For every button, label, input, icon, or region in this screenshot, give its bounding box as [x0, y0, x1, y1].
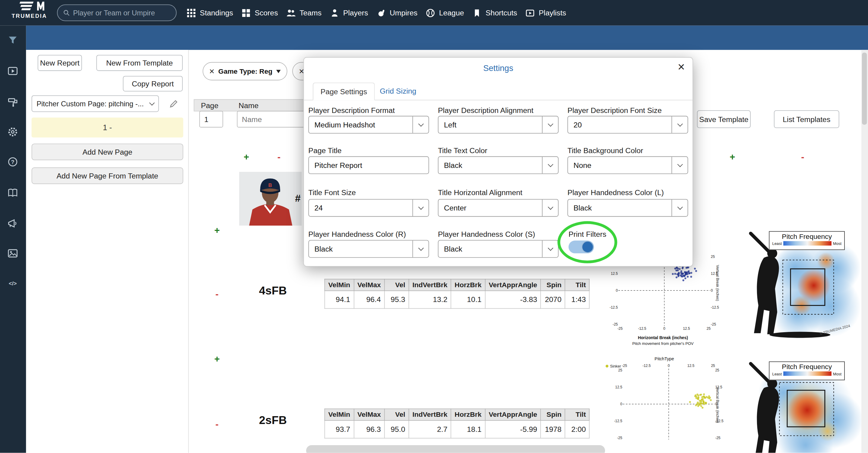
chevron-down-icon [542, 241, 558, 257]
gallery-icon[interactable] [7, 248, 19, 259]
select-value: Black [444, 245, 462, 253]
player-description-alignment-select[interactable]: Left [438, 116, 559, 134]
list-templates-button[interactable]: List Templates [774, 110, 839, 128]
page-title-input[interactable]: Pitcher Report [308, 157, 429, 174]
nav-item-umpires[interactable]: Umpires [376, 8, 417, 18]
frequency-gradient [783, 241, 831, 246]
stat-header-cell: VelMax [354, 409, 384, 421]
svg-text:0: 0 [711, 288, 713, 293]
player-handedness-color-l-select[interactable]: Black [567, 199, 688, 217]
add-row-button[interactable]: + [213, 225, 221, 236]
filter-chip-game-type[interactable]: × Game Type: Reg [203, 62, 287, 81]
add-new-page-label: Add New Page [82, 148, 132, 156]
stat-header-cell: VelMin [325, 409, 354, 421]
scatter-plot: -25-12.5012.525252512.512.500-12.5-12.5-… [611, 360, 724, 443]
blue-toolbar [26, 25, 868, 50]
page-dropdown[interactable]: Pitcher Custom Page: pitching -... [32, 95, 159, 112]
nav-item-label: Scores [254, 8, 278, 17]
trumedia-logo-mark [12, 1, 47, 12]
nav-item-scores[interactable]: Scores [241, 8, 278, 18]
remove-column-button[interactable]: - [798, 152, 807, 163]
page-dropdown-value: Pitcher Custom Page: pitching -... [36, 100, 150, 108]
active-page-row[interactable]: 1 - [32, 117, 183, 137]
stat-value-cell: 94.1 [325, 291, 354, 309]
new-report-button[interactable]: New Report [38, 55, 82, 71]
stat-header-cell: Spin [541, 279, 565, 291]
book-icon[interactable] [7, 187, 19, 198]
add-new-page-button[interactable]: Add New Page [32, 143, 183, 160]
remove-filter-icon[interactable]: × [209, 67, 214, 76]
player-description-font-size-select[interactable]: 20 [567, 116, 688, 134]
svg-text:12.5: 12.5 [615, 385, 622, 389]
title-font-size-select[interactable]: 24 [308, 199, 429, 217]
bottom-scroll-pill [306, 445, 605, 453]
tab-page-settings[interactable]: Page Settings [313, 82, 375, 100]
chevron-down-icon [542, 157, 558, 173]
stat-value-cell: -5.99 [485, 420, 541, 438]
add-new-page-from-template-button[interactable]: Add New Page From Template [32, 167, 183, 184]
paint-roller-icon[interactable] [7, 96, 19, 108]
add-column-button[interactable]: + [728, 152, 737, 163]
search-input[interactable] [73, 8, 170, 17]
global-search [57, 4, 177, 21]
filter-icon[interactable] [7, 35, 19, 46]
nav-item-shortcuts[interactable]: Shortcuts [472, 8, 517, 18]
nav-item-teams[interactable]: Teams [286, 8, 321, 18]
copy-report-button[interactable]: Copy Report [123, 76, 183, 91]
print-filters-toggle[interactable] [568, 241, 594, 253]
list-templates-label: List Templates [783, 115, 830, 123]
video-icon[interactable] [7, 65, 19, 77]
new-from-template-button[interactable]: New From Template [96, 55, 183, 71]
stat-header-cell: HorzBrk [451, 409, 485, 421]
gear-icon[interactable] [7, 126, 19, 137]
scrollbar-thumb[interactable] [862, 53, 867, 125]
player-headshot: B [239, 172, 302, 226]
nav-item-league[interactable]: League [426, 8, 464, 18]
help-icon[interactable]: ? [7, 157, 19, 168]
code-icon[interactable]: </> [7, 278, 19, 289]
stat-header-cell: Tilt [565, 409, 590, 421]
stat-header-cell: VelMin [325, 279, 354, 291]
chevron-down-icon [149, 100, 155, 105]
legend-most-label: Most [833, 241, 841, 245]
remove-row-button[interactable]: - [213, 419, 221, 430]
add-column-button[interactable]: + [242, 152, 251, 163]
player-handedness-color-r-select[interactable]: Black [308, 240, 429, 258]
svg-text:-25: -25 [617, 436, 622, 440]
modal-title: Settings [304, 63, 693, 73]
field-label: Title Horizontal Alignment [438, 189, 522, 197]
remove-column-button[interactable]: - [275, 152, 283, 163]
pitch-type-label: 4sFB [251, 284, 294, 297]
title-horizontal-alignment-select[interactable]: Center [438, 199, 559, 217]
save-template-button[interactable]: Save Template [697, 110, 751, 128]
name-column-header: Name [239, 102, 258, 110]
nav-item-players[interactable]: Players [330, 8, 368, 18]
megaphone-icon[interactable] [7, 218, 19, 229]
field-label: Player Description Format [308, 106, 395, 115]
add-row-button[interactable]: + [213, 353, 221, 365]
title-background-color-select[interactable]: None [567, 157, 688, 174]
top-nav: TRUMEDIA Standings Scores Teams [0, 0, 868, 25]
stat-value-cell: 2:00 [565, 420, 590, 438]
stat-value-cell: 1:43 [565, 291, 590, 309]
add-new-page-from-template-label: Add New Page From Template [57, 172, 158, 180]
tab-grid-sizing[interactable]: Grid Sizing [372, 82, 424, 100]
svg-text:-25: -25 [711, 322, 716, 327]
player-description-format-select[interactable]: Medium Headshot [308, 116, 429, 134]
page-number-input[interactable] [199, 111, 223, 128]
player-handedness-color-s-select[interactable]: Black [438, 240, 559, 258]
save-template-label: Save Template [699, 115, 748, 123]
search-icon [63, 8, 70, 17]
x-axis-note: Pitch movement from pitcher's POV [606, 342, 720, 345]
title-text-color-select[interactable]: Black [438, 157, 559, 174]
edit-pencil-icon[interactable] [169, 100, 178, 108]
trumedia-logo[interactable]: TRUMEDIA [5, 1, 53, 25]
nav-item-standings[interactable]: Standings [187, 8, 233, 18]
nav-item-label: Umpires [390, 8, 417, 17]
nav-item-playlists[interactable]: Playlists [525, 8, 566, 18]
svg-text:-25: -25 [622, 364, 627, 368]
close-icon[interactable]: × [678, 60, 685, 74]
stat-value-cell: 13.2 [409, 291, 451, 309]
player-number-prefix: # [295, 193, 300, 205]
remove-row-button[interactable]: - [213, 289, 221, 300]
